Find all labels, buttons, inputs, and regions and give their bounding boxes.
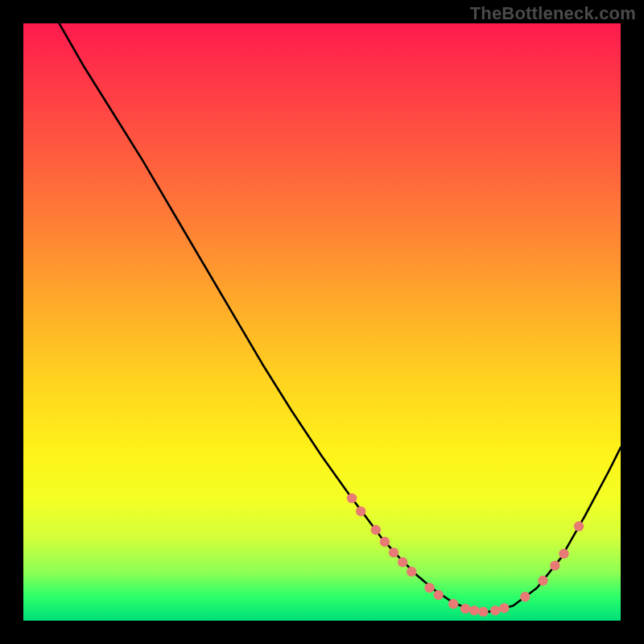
curve-dot	[356, 506, 365, 516]
curve-dot	[433, 590, 443, 600]
curve-dot	[398, 557, 407, 567]
chart-stage: TheBottleneck.com	[0, 0, 644, 644]
curve-dot	[380, 537, 390, 547]
curve-dot	[407, 567, 416, 576]
curve-dots	[347, 493, 584, 617]
curve-dot	[460, 604, 470, 613]
curve-dot	[424, 583, 434, 592]
bottleneck-curve	[60, 23, 621, 612]
curve-dot	[574, 522, 584, 531]
curve-dot	[478, 607, 488, 617]
curve-dot	[347, 493, 357, 503]
curve-dot	[448, 599, 458, 609]
curve-dot	[490, 605, 500, 615]
curve-dot	[520, 592, 530, 601]
curve-dot	[550, 561, 559, 571]
attribution-label: TheBottleneck.com	[470, 3, 636, 24]
curve-dot	[538, 576, 547, 585]
curve-dot	[559, 549, 568, 559]
curve-dot	[469, 605, 479, 615]
curve-svg	[23, 23, 621, 621]
curve-dot	[389, 547, 398, 557]
plot-area	[23, 23, 621, 621]
curve-dot	[499, 603, 509, 613]
curve-dot	[371, 525, 381, 535]
